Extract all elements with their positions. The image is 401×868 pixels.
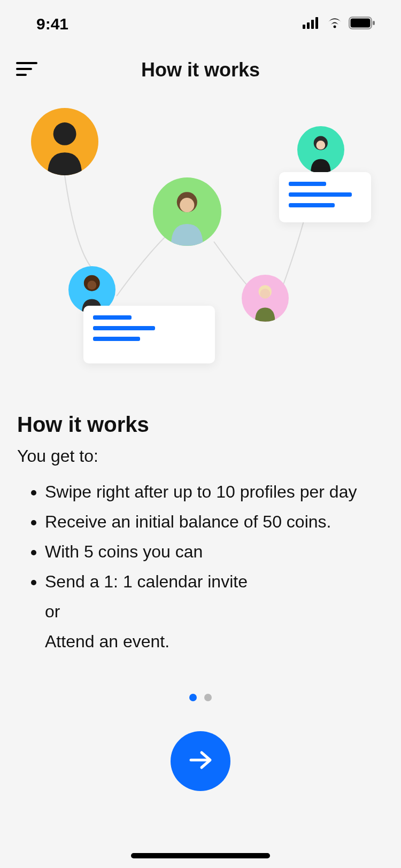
home-indicator[interactable] xyxy=(131,853,270,858)
chat-card xyxy=(279,172,371,222)
svg-rect-5 xyxy=(351,19,371,28)
network-illustration xyxy=(0,108,401,397)
feature-list: Swipe right after up to 10 profiles per … xyxy=(17,477,384,656)
list-item-text: Send a 1: 1 calendar invite xyxy=(45,572,248,591)
content: How it works You get to: Swipe right aft… xyxy=(0,397,401,656)
svg-point-10 xyxy=(53,122,76,145)
list-item: Receive an initial balance of 50 coins. xyxy=(45,507,384,537)
pager-dot[interactable] xyxy=(204,694,212,701)
menu-icon xyxy=(16,69,37,78)
svg-point-18 xyxy=(317,141,326,150)
menu-button[interactable] xyxy=(16,61,37,79)
list-item: With 5 coins you can xyxy=(45,537,384,567)
avatar xyxy=(153,177,221,246)
svg-rect-1 xyxy=(307,22,310,29)
chat-card xyxy=(83,306,215,363)
status-time: 9:41 xyxy=(36,15,68,33)
list-item-sub: or xyxy=(45,596,384,626)
avatar xyxy=(297,126,344,173)
svg-rect-3 xyxy=(315,17,318,29)
battery-icon xyxy=(349,17,375,32)
list-item: Swipe right after up to 10 profiles per … xyxy=(45,477,384,507)
avatar xyxy=(242,275,289,322)
next-button[interactable] xyxy=(171,731,230,791)
svg-rect-2 xyxy=(311,20,314,29)
svg-point-14 xyxy=(88,281,97,290)
svg-rect-0 xyxy=(303,25,305,29)
header: How it works xyxy=(0,48,401,92)
svg-rect-6 xyxy=(373,21,375,25)
list-item-sub: Attend an event. xyxy=(45,626,384,656)
svg-point-12 xyxy=(180,198,194,212)
intro-text: You get to: xyxy=(17,446,384,466)
page-title: How it works xyxy=(16,59,385,81)
cell-signal-icon xyxy=(303,17,321,31)
avatar xyxy=(31,108,98,175)
wifi-icon xyxy=(326,17,343,31)
list-item: Send a 1: 1 calendar invite or Attend an… xyxy=(45,567,384,656)
section-heading: How it works xyxy=(17,413,384,437)
status-icons xyxy=(303,17,375,32)
pager-dot[interactable] xyxy=(189,694,197,701)
svg-point-16 xyxy=(260,289,271,299)
arrow-right-icon xyxy=(189,750,212,772)
page-indicator xyxy=(0,694,401,701)
status-bar: 9:41 xyxy=(0,0,401,48)
